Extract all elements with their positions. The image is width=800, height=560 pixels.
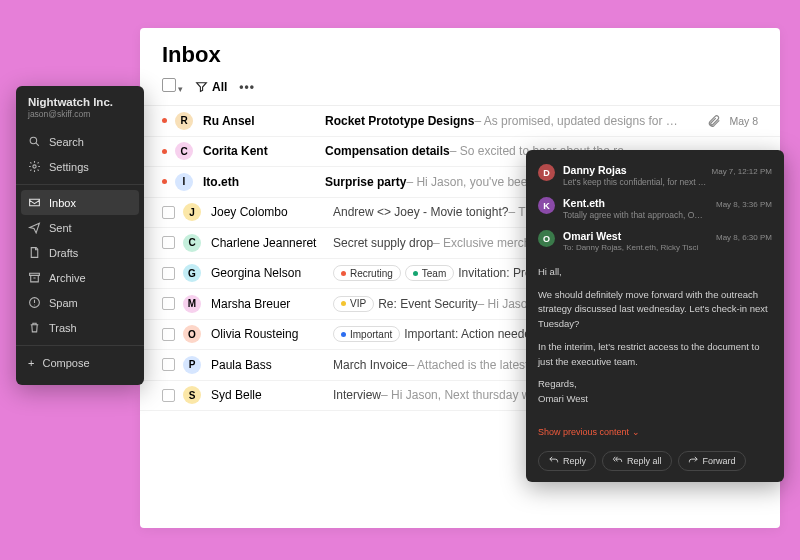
avatar: C [183, 234, 201, 252]
email-date: May 8 [729, 115, 758, 127]
chevron-down-icon: ⌄ [632, 427, 640, 437]
avatar: I [175, 173, 193, 191]
message-panel: D Danny Rojas May 7, 12:12 PM Let's keep… [526, 150, 784, 482]
sender-name: Kent.eth [563, 197, 605, 209]
sender-name: Joey Colombo [211, 205, 333, 219]
tag: Important [333, 326, 400, 342]
select-all-checkbox[interactable]: ▾ [162, 78, 183, 95]
thread-collapsed[interactable]: D Danny Rojas May 7, 12:12 PM Let's keep… [526, 159, 784, 192]
message-preview: Totally agree with that approach, O… [563, 210, 772, 220]
tag: Recruting [333, 265, 401, 281]
settings-icon [28, 160, 41, 173]
page-title: Inbox [140, 28, 780, 78]
row-checkbox[interactable] [162, 206, 175, 219]
row-checkbox[interactable] [162, 297, 175, 310]
message-actions: ReplyReply allForward [526, 445, 784, 473]
svg-point-1 [33, 165, 36, 168]
reply-button[interactable]: Reply [538, 451, 596, 471]
message-date: May 7, 12:12 PM [712, 167, 772, 176]
thread-open: O Omari West May 8, 6:30 PM To: Danny Ro… [526, 225, 784, 257]
tag: Team [405, 265, 454, 281]
sender-name: Corita Kent [203, 144, 325, 158]
sidebar: Nightwatch Inc. jason@skiff.com SearchSe… [16, 86, 144, 385]
avatar: P [183, 356, 201, 374]
unread-dot [162, 149, 167, 154]
sidebar-archive[interactable]: Archive [16, 265, 144, 290]
toolbar: ▾ All ••• [140, 78, 780, 105]
email-row[interactable]: R Ru Ansel Rocket Prototype Designs – As… [140, 106, 780, 137]
sidebar-trash[interactable]: Trash [16, 315, 144, 340]
reply-all-button[interactable]: Reply all [602, 451, 672, 471]
message-body: Hi all,We should definitely move forward… [526, 257, 784, 423]
trash-icon [28, 321, 41, 334]
forward-button[interactable]: Forward [678, 451, 746, 471]
sender-name: Paula Bass [211, 358, 333, 372]
avatar: J [183, 203, 201, 221]
message-preview: Let's keep this confidential, for next … [563, 177, 772, 187]
drafts-icon [28, 246, 41, 259]
recipients: To: Danny Rojas, Kent.eth, Ricky Tisci [563, 243, 772, 252]
account-header[interactable]: Nightwatch Inc. jason@skiff.com [16, 96, 144, 129]
thread-collapsed[interactable]: K Kent.eth May 8, 3:36 PM Totally agree … [526, 192, 784, 225]
sender-name: Marsha Breuer [211, 297, 333, 311]
sidebar-spam[interactable]: Spam [16, 290, 144, 315]
avatar: M [183, 295, 201, 313]
row-checkbox[interactable] [162, 267, 175, 280]
reply-icon [548, 455, 559, 466]
email-content: Rocket Prototype Designs – As promised, … [325, 114, 701, 128]
tag: VIP [333, 296, 374, 312]
forward-icon [688, 455, 699, 466]
sidebar-sent[interactable]: Sent [16, 215, 144, 240]
more-menu[interactable]: ••• [239, 80, 255, 94]
sidebar-inbox[interactable]: Inbox [21, 190, 139, 215]
sender-name: Danny Rojas [563, 164, 627, 176]
avatar: O [538, 230, 555, 247]
sender-name: Georgina Nelson [211, 266, 333, 280]
attachment-icon [707, 114, 721, 128]
sender-name: Ito.eth [203, 175, 325, 189]
compose-button[interactable]: + Compose [16, 351, 144, 375]
inbox-icon [28, 196, 41, 209]
unread-dot [162, 179, 167, 184]
row-checkbox[interactable] [162, 358, 175, 371]
avatar: C [175, 142, 193, 160]
sidebar-drafts[interactable]: Drafts [16, 240, 144, 265]
sender-name: Syd Belle [211, 388, 333, 402]
avatar: S [183, 386, 201, 404]
funnel-icon [195, 80, 208, 93]
avatar: G [183, 264, 201, 282]
avatar: O [183, 325, 201, 343]
sender-name: Olivia Rousteing [211, 327, 333, 341]
svg-point-0 [30, 137, 37, 144]
avatar: R [175, 112, 193, 130]
message-date: May 8, 3:36 PM [716, 200, 772, 209]
unread-dot [162, 118, 167, 123]
filter-button[interactable]: All [195, 80, 227, 94]
sender-name: Ru Ansel [203, 114, 325, 128]
row-checkbox[interactable] [162, 236, 175, 249]
sent-icon [28, 221, 41, 234]
avatar: K [538, 197, 555, 214]
spam-icon [28, 296, 41, 309]
sender-name: Omari West [563, 230, 621, 242]
avatar: D [538, 164, 555, 181]
plus-icon: + [28, 357, 34, 369]
row-checkbox[interactable] [162, 389, 175, 402]
message-date: May 8, 6:30 PM [716, 233, 772, 242]
row-checkbox[interactable] [162, 328, 175, 341]
reply-all-icon [612, 455, 623, 466]
show-previous-button[interactable]: Show previous content ⌄ [526, 423, 784, 445]
search-icon [28, 135, 41, 148]
sender-name: Charlene Jeanneret [211, 236, 333, 250]
sidebar-search[interactable]: Search [16, 129, 144, 154]
archive-icon [28, 271, 41, 284]
sidebar-settings[interactable]: Settings [16, 154, 144, 179]
